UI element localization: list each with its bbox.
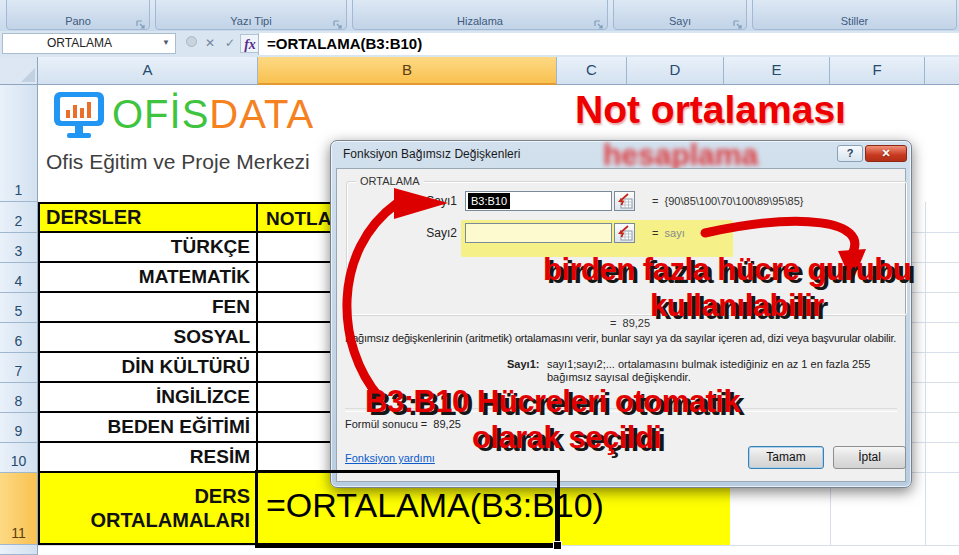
ribbon-group-label: Yazı Tipi <box>156 15 346 27</box>
macro-circle-icon <box>181 34 201 53</box>
annotation-autoselect-line1: B3:B10 Hücreleri otomatik <box>365 384 740 420</box>
annotation-multi-range-line1: birden fazla hücre gurubu <box>543 252 911 288</box>
row-header-1[interactable]: 1 <box>0 85 38 202</box>
total-result: = 89,25 <box>610 317 650 329</box>
select-all-corner[interactable] <box>0 57 38 85</box>
ofisdata-logo-icon <box>52 90 106 144</box>
row-header-2[interactable]: 2 <box>0 202 38 233</box>
insert-function-icon[interactable]: fx <box>240 34 260 53</box>
function-description: Bağımsız değişkenlerinin (aritmetik) ort… <box>345 332 896 344</box>
confirm-entry-icon[interactable]: ✓ <box>220 34 240 53</box>
cell-a6[interactable]: SOSYAL <box>40 323 258 351</box>
row-header-4[interactable]: 4 <box>0 263 38 293</box>
arg1-result: = {90\85\100\70\100\89\95\85} <box>652 195 803 207</box>
column-header-f[interactable]: F <box>830 57 925 85</box>
annotation-blurred: hesaplama <box>603 141 758 168</box>
formula-input[interactable]: =ORTALAMA(B3:B10) <box>258 33 959 55</box>
ribbon-group-stiller: Biçimlendirme ▾ Biçimlendir ▾ Stilleri ▾… <box>752 0 957 30</box>
column-header-a[interactable]: A <box>38 57 258 85</box>
annotation-headline: Not ortalaması <box>575 88 846 132</box>
column-header-b[interactable]: B <box>258 57 557 85</box>
ribbon-group-sayi: Sayı <box>613 0 747 30</box>
arg1-label: Sayı1 <box>397 194 457 208</box>
ribbon-group-label: Stiller <box>753 15 956 27</box>
dialog-launcher-icon[interactable] <box>333 16 343 26</box>
ribbon-group-label: Pano <box>7 15 149 27</box>
active-cell-selection[interactable] <box>255 470 560 548</box>
footer-line2: ORTALAMALARI <box>90 508 250 532</box>
dialog-title: Fonksiyon Bağımsız Değişkenleri <box>343 147 520 161</box>
ok-button[interactable]: Tamam <box>748 446 824 469</box>
help-button[interactable]: ? <box>837 145 863 162</box>
dialog-launcher-icon[interactable] <box>594 16 604 26</box>
function-help-link[interactable]: Fonksiyon yardımı <box>345 452 435 464</box>
column-header-e[interactable]: E <box>724 57 830 85</box>
arg2-result: = sayı <box>652 227 685 239</box>
arg2-input[interactable] <box>465 223 612 243</box>
row-header-6[interactable]: 6 <box>0 323 38 353</box>
row-header-8[interactable]: 8 <box>0 383 38 413</box>
brand-orange: DATA <box>209 92 314 136</box>
fill-handle[interactable] <box>553 541 562 550</box>
cell-a4[interactable]: MATEMATİK <box>40 263 258 291</box>
ribbon-group-label: Hizalama <box>353 15 607 27</box>
range-selector-button[interactable] <box>614 191 635 211</box>
row-header-3[interactable]: 3 <box>0 233 38 263</box>
formula-bar: ORTALAMA ▼ ✕ ✓ fx =ORTALAMA(B3:B10) <box>0 31 959 58</box>
ribbon-group-label: Sayı <box>614 15 746 27</box>
annotation-multi-range-line2: kullanılabilir <box>650 288 824 324</box>
range-selector-button[interactable] <box>614 223 635 243</box>
footer-line1: DERS <box>194 484 250 508</box>
row-header-5[interactable]: 5 <box>0 293 38 323</box>
row-header-11[interactable]: 11 <box>0 473 38 545</box>
brand-green: OFİS <box>112 92 209 136</box>
cell-a8[interactable]: İNGİLİZCE <box>40 383 258 411</box>
arg1-value: B3:B10 <box>468 193 510 209</box>
arg2-label: Sayı2 <box>397 226 457 240</box>
name-box[interactable]: ORTALAMA <box>2 33 176 54</box>
arg1-input[interactable]: B3:B10 <box>465 191 612 211</box>
dialog-title-bar[interactable]: hesaplama Fonksiyon Bağımsız Değişkenler… <box>331 141 911 168</box>
cell-a2[interactable]: DERSLER <box>40 204 258 231</box>
gridline <box>925 202 926 545</box>
row-header-partial[interactable] <box>0 545 38 555</box>
cancel-button[interactable]: İptal <box>833 446 906 469</box>
name-box-dropdown-icon[interactable]: ▼ <box>158 34 174 52</box>
cell-a5[interactable]: FEN <box>40 293 258 321</box>
column-header-c[interactable]: C <box>557 57 627 85</box>
ribbon-group-pano: Biçim Boyacısı Pano <box>6 0 150 30</box>
cell-a7[interactable]: DİN KÜLTÜRÜ <box>40 353 258 381</box>
close-icon[interactable]: ✕ <box>865 145 907 162</box>
dialog-launcher-icon[interactable] <box>136 16 146 26</box>
row-header-9[interactable]: 9 <box>0 413 38 443</box>
cell-a9[interactable]: BEDEN EĞİTİMİ <box>40 413 258 441</box>
excel-window: Biçim Boyacısı Pano Yazı Tipi Hizalama S… <box>0 0 959 555</box>
brand-subtitle: Ofis Eğitim ve Proje Merkezi <box>46 150 310 174</box>
column-header-partial[interactable] <box>925 57 959 85</box>
ribbon-group-yazi-tipi: Yazı Tipi <box>155 0 347 30</box>
column-header-d[interactable]: D <box>627 57 724 85</box>
row-header-7[interactable]: 7 <box>0 353 38 383</box>
arg-help-text: sayı1;sayı2;... ortalamasını bulmak iste… <box>547 358 915 384</box>
brand-logo: OFİSDATA <box>112 92 314 137</box>
dialog-launcher-icon[interactable] <box>733 16 743 26</box>
annotation-autoselect-line2: olarak seçildi <box>472 420 661 456</box>
cell-a3[interactable]: TÜRKÇE <box>40 233 258 261</box>
cancel-entry-icon[interactable]: ✕ <box>200 34 220 53</box>
cell-a10[interactable]: RESİM <box>40 443 258 471</box>
ribbon: Biçim Boyacısı Pano Yazı Tipi Hizalama S… <box>0 0 959 32</box>
row-header-10[interactable]: 10 <box>0 443 38 473</box>
arg-help-label: Sayı1: <box>507 358 539 370</box>
ribbon-group-hizalama: Hizalama <box>352 0 608 30</box>
function-name-label: ORTALAMA <box>356 175 424 187</box>
cell-a11[interactable]: DERS ORTALAMALARI <box>40 473 258 543</box>
